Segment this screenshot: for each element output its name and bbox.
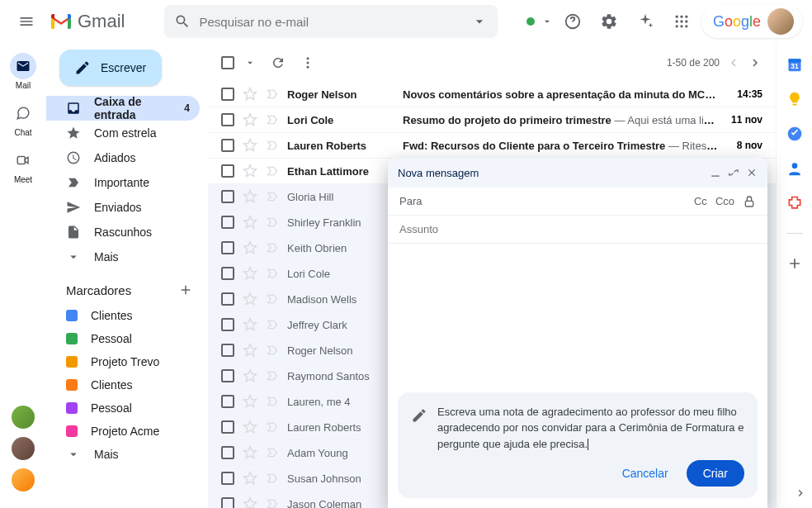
nav-inbox[interactable]: Caixa de entrada4 <box>46 96 200 121</box>
next-page-icon[interactable] <box>748 55 762 70</box>
star-icon[interactable] <box>243 292 257 306</box>
to-input[interactable] <box>430 195 686 207</box>
keep-icon[interactable] <box>786 91 803 107</box>
compose-button[interactable]: Escrever <box>59 50 162 86</box>
nav-draft[interactable]: Rascunhos <box>46 220 200 245</box>
importance-icon[interactable] <box>266 216 279 229</box>
label-item[interactable]: Clientes <box>46 304 208 327</box>
nav-send[interactable]: Enviados <box>46 195 200 220</box>
label-item[interactable]: Pessoal <box>46 396 208 420</box>
tasks-icon[interactable] <box>786 126 803 142</box>
calendar-icon[interactable]: 31 <box>786 56 803 73</box>
help-button[interactable] <box>556 5 589 38</box>
email-row[interactable]: Lauren RobertsFwd: Recursos do Cliente p… <box>208 133 776 159</box>
cc-button[interactable]: Cc <box>694 195 707 208</box>
cancel-button[interactable]: Cancelar <box>612 460 678 487</box>
rail-mail[interactable]: Mail <box>7 50 40 93</box>
importance-icon[interactable] <box>266 139 279 152</box>
more-icon[interactable] <box>300 55 315 70</box>
star-icon[interactable] <box>243 240 257 255</box>
importance-icon[interactable] <box>266 292 279 306</box>
importance-icon[interactable] <box>266 88 279 101</box>
star-icon[interactable] <box>243 496 257 508</box>
nav-star[interactable]: Com estrela <box>46 121 200 145</box>
search-bar[interactable] <box>164 5 498 38</box>
row-checkbox[interactable] <box>221 446 234 459</box>
row-checkbox[interactable] <box>221 497 234 508</box>
importance-icon[interactable] <box>266 318 279 331</box>
email-row[interactable]: Roger NelsonNovos comentários sobre a ap… <box>208 82 776 107</box>
row-checkbox[interactable] <box>221 164 234 178</box>
row-checkbox[interactable] <box>221 344 234 357</box>
contacts-icon[interactable] <box>786 160 803 177</box>
email-row[interactable]: Lori ColeResumo do projeto do primeiro t… <box>208 107 776 133</box>
rail-meet[interactable]: Meet <box>7 144 40 188</box>
importance-icon[interactable] <box>266 497 279 508</box>
expand-icon[interactable] <box>728 167 739 178</box>
subject-input[interactable] <box>399 223 756 235</box>
status-chevron-icon[interactable] <box>541 16 553 27</box>
row-checkbox[interactable] <box>221 420 234 434</box>
row-checkbox[interactable] <box>221 88 234 101</box>
star-icon[interactable] <box>243 394 257 409</box>
rail-chat[interactable]: Chat <box>7 97 40 140</box>
importance-icon[interactable] <box>266 241 279 254</box>
importance-icon[interactable] <box>266 420 279 434</box>
row-checkbox[interactable] <box>221 292 234 306</box>
star-icon[interactable] <box>243 368 257 383</box>
nav-clock[interactable]: Adiados <box>46 145 200 170</box>
close-icon[interactable] <box>746 167 758 178</box>
star-icon[interactable] <box>243 317 257 332</box>
search-input[interactable] <box>199 15 463 29</box>
star-icon[interactable] <box>243 164 257 178</box>
importance-icon[interactable] <box>266 446 279 459</box>
row-checkbox[interactable] <box>221 318 234 331</box>
apps-button[interactable] <box>665 5 698 38</box>
label-item[interactable]: Mais <box>46 443 208 466</box>
minimize-icon[interactable] <box>710 167 721 178</box>
compose-body[interactable] <box>388 244 767 392</box>
lock-icon[interactable] <box>743 195 756 208</box>
star-icon[interactable] <box>243 215 257 230</box>
importance-icon[interactable] <box>266 164 279 178</box>
star-icon[interactable] <box>243 138 257 153</box>
importance-icon[interactable] <box>266 190 279 203</box>
label-item[interactable]: Pessoal <box>46 327 208 350</box>
star-icon[interactable] <box>243 87 257 102</box>
nav-more[interactable]: Mais <box>46 245 200 269</box>
collapse-panel-icon[interactable] <box>794 487 807 500</box>
star-icon[interactable] <box>243 445 257 460</box>
importance-icon[interactable] <box>266 267 279 280</box>
sparkle-button[interactable] <box>629 5 662 38</box>
user-avatar[interactable] <box>767 8 794 35</box>
star-icon[interactable] <box>243 189 257 204</box>
refresh-icon[interactable] <box>271 55 286 70</box>
importance-icon[interactable] <box>266 344 279 357</box>
row-checkbox[interactable] <box>221 472 234 485</box>
add-label-icon[interactable] <box>178 282 193 297</box>
row-checkbox[interactable] <box>221 113 234 126</box>
add-addon-icon[interactable] <box>786 255 803 272</box>
row-checkbox[interactable] <box>221 216 234 229</box>
google-account[interactable]: Google <box>701 5 802 38</box>
search-options-icon[interactable] <box>471 13 488 30</box>
star-icon[interactable] <box>243 471 257 486</box>
bcc-button[interactable]: Cco <box>715 195 734 208</box>
star-icon[interactable] <box>243 266 257 281</box>
create-button[interactable]: Criar <box>687 460 744 487</box>
nav-important[interactable]: Importante <box>46 170 200 195</box>
label-item[interactable]: Clientes <box>46 373 208 396</box>
to-field[interactable]: Para Cc Cco <box>388 188 767 216</box>
row-checkbox[interactable] <box>221 369 234 382</box>
select-dropdown-icon[interactable] <box>244 57 256 69</box>
subject-field[interactable] <box>388 216 767 244</box>
star-icon[interactable] <box>243 420 257 434</box>
star-icon[interactable] <box>243 112 257 127</box>
settings-button[interactable] <box>592 5 626 38</box>
importance-icon[interactable] <box>266 113 279 126</box>
row-checkbox[interactable] <box>221 139 234 152</box>
label-item[interactable]: Projeto Acme <box>46 420 208 443</box>
chat-avatar-3[interactable] <box>12 468 35 491</box>
addon-icon[interactable] <box>786 195 803 211</box>
importance-icon[interactable] <box>266 395 279 408</box>
